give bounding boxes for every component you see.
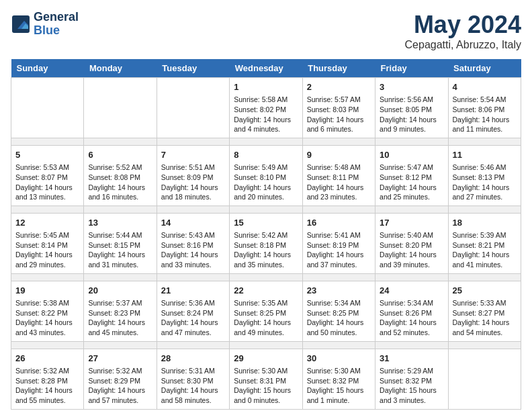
calendar-week-row: 26Sunrise: 5:32 AM Sunset: 8:28 PM Dayli…	[11, 349, 521, 409]
day-info: Sunrise: 5:53 AM Sunset: 8:07 PM Dayligh…	[15, 163, 79, 202]
calendar-cell: 12Sunrise: 5:45 AM Sunset: 8:14 PM Dayli…	[11, 213, 84, 273]
day-number: 18	[453, 217, 517, 229]
day-number: 11	[453, 149, 517, 161]
day-info: Sunrise: 5:29 AM Sunset: 8:32 PM Dayligh…	[380, 366, 443, 406]
day-number: 26	[15, 353, 79, 365]
day-number: 19	[15, 285, 79, 297]
day-number: 4	[453, 81, 517, 93]
calendar-cell: 21Sunrise: 5:36 AM Sunset: 8:24 PM Dayli…	[157, 281, 229, 341]
calendar-cell	[157, 78, 229, 138]
day-number: 8	[234, 149, 298, 161]
month-title: May 2024	[405, 11, 521, 39]
day-number: 29	[234, 353, 298, 365]
day-info: Sunrise: 5:41 AM Sunset: 8:19 PM Dayligh…	[307, 230, 371, 270]
day-number: 2	[307, 81, 371, 93]
day-number: 9	[307, 149, 371, 161]
day-info: Sunrise: 5:52 AM Sunset: 8:08 PM Dayligh…	[88, 163, 152, 202]
day-info: Sunrise: 5:51 AM Sunset: 8:09 PM Dayligh…	[161, 163, 225, 202]
day-number: 1	[234, 81, 298, 93]
calendar-table: SundayMondayTuesdayWednesdayThursdayFrid…	[11, 59, 521, 410]
day-number: 24	[380, 285, 443, 297]
day-number: 30	[307, 353, 371, 365]
calendar-week-row: 5Sunrise: 5:53 AM Sunset: 8:07 PM Daylig…	[11, 145, 521, 205]
calendar-cell: 31Sunrise: 5:29 AM Sunset: 8:32 PM Dayli…	[375, 349, 448, 409]
calendar-cell: 5Sunrise: 5:53 AM Sunset: 8:07 PM Daylig…	[11, 145, 84, 205]
calendar-cell: 28Sunrise: 5:31 AM Sunset: 8:30 PM Dayli…	[157, 349, 229, 409]
day-info: Sunrise: 5:44 AM Sunset: 8:15 PM Dayligh…	[88, 230, 152, 270]
day-info: Sunrise: 5:38 AM Sunset: 8:22 PM Dayligh…	[15, 298, 79, 338]
calendar-cell: 11Sunrise: 5:46 AM Sunset: 8:13 PM Dayli…	[448, 145, 521, 205]
day-info: Sunrise: 5:36 AM Sunset: 8:24 PM Dayligh…	[161, 298, 225, 338]
day-number: 15	[234, 217, 298, 229]
calendar-cell: 30Sunrise: 5:30 AM Sunset: 8:32 PM Dayli…	[302, 349, 375, 409]
page-header: General Blue May 2024 Cepagatti, Abruzzo…	[11, 11, 521, 51]
day-info: Sunrise: 5:45 AM Sunset: 8:14 PM Dayligh…	[15, 230, 79, 270]
weekday-header-friday: Friday	[375, 59, 448, 78]
day-number: 20	[88, 285, 152, 297]
day-number: 23	[307, 285, 371, 297]
day-info: Sunrise: 5:32 AM Sunset: 8:28 PM Dayligh…	[15, 366, 79, 406]
weekday-header-thursday: Thursday	[302, 59, 375, 78]
calendar-week-row: 19Sunrise: 5:38 AM Sunset: 8:22 PM Dayli…	[11, 281, 521, 341]
day-info: Sunrise: 5:49 AM Sunset: 8:10 PM Dayligh…	[234, 163, 298, 202]
day-number: 17	[380, 217, 443, 229]
day-info: Sunrise: 5:46 AM Sunset: 8:13 PM Dayligh…	[453, 163, 517, 202]
calendar-cell: 22Sunrise: 5:35 AM Sunset: 8:25 PM Dayli…	[230, 281, 302, 341]
weekday-header-monday: Monday	[84, 59, 157, 78]
day-info: Sunrise: 5:34 AM Sunset: 8:26 PM Dayligh…	[380, 298, 443, 338]
calendar-cell	[84, 78, 157, 138]
calendar-cell: 19Sunrise: 5:38 AM Sunset: 8:22 PM Dayli…	[11, 281, 84, 341]
weekday-header-row: SundayMondayTuesdayWednesdayThursdayFrid…	[11, 59, 521, 78]
day-info: Sunrise: 5:40 AM Sunset: 8:20 PM Dayligh…	[380, 230, 443, 270]
calendar-cell: 2Sunrise: 5:57 AM Sunset: 8:03 PM Daylig…	[302, 78, 375, 138]
day-info: Sunrise: 5:32 AM Sunset: 8:29 PM Dayligh…	[88, 366, 152, 406]
day-info: Sunrise: 5:58 AM Sunset: 8:02 PM Dayligh…	[234, 95, 298, 134]
calendar-cell: 29Sunrise: 5:30 AM Sunset: 8:31 PM Dayli…	[230, 349, 302, 409]
title-block: May 2024 Cepagatti, Abruzzo, Italy	[405, 11, 521, 51]
day-info: Sunrise: 5:47 AM Sunset: 8:12 PM Dayligh…	[380, 163, 443, 202]
calendar-week-row: 1Sunrise: 5:58 AM Sunset: 8:02 PM Daylig…	[11, 78, 521, 138]
day-info: Sunrise: 5:30 AM Sunset: 8:31 PM Dayligh…	[234, 366, 298, 406]
day-info: Sunrise: 5:35 AM Sunset: 8:25 PM Dayligh…	[234, 298, 298, 338]
day-number: 5	[15, 149, 79, 161]
day-info: Sunrise: 5:54 AM Sunset: 8:06 PM Dayligh…	[453, 95, 517, 134]
day-number: 13	[88, 217, 152, 229]
location: Cepagatti, Abruzzo, Italy	[405, 39, 521, 51]
weekday-header-sunday: Sunday	[11, 59, 84, 78]
day-number: 31	[380, 353, 443, 365]
day-info: Sunrise: 5:43 AM Sunset: 8:16 PM Dayligh…	[161, 230, 225, 270]
day-info: Sunrise: 5:34 AM Sunset: 8:25 PM Dayligh…	[307, 298, 371, 338]
calendar-cell	[448, 349, 521, 409]
calendar-cell: 1Sunrise: 5:58 AM Sunset: 8:02 PM Daylig…	[230, 78, 302, 138]
day-number: 3	[380, 81, 443, 93]
week-separator	[11, 341, 521, 349]
day-number: 27	[88, 353, 152, 365]
week-separator	[11, 138, 521, 145]
calendar-cell: 9Sunrise: 5:48 AM Sunset: 8:11 PM Daylig…	[302, 145, 375, 205]
calendar-cell: 25Sunrise: 5:33 AM Sunset: 8:27 PM Dayli…	[448, 281, 521, 341]
calendar-cell: 27Sunrise: 5:32 AM Sunset: 8:29 PM Dayli…	[84, 349, 157, 409]
day-info: Sunrise: 5:48 AM Sunset: 8:11 PM Dayligh…	[307, 163, 371, 202]
day-number: 28	[161, 353, 225, 365]
calendar-cell: 7Sunrise: 5:51 AM Sunset: 8:09 PM Daylig…	[157, 145, 229, 205]
day-number: 10	[380, 149, 443, 161]
logo-text: General Blue	[34, 11, 79, 38]
day-info: Sunrise: 5:33 AM Sunset: 8:27 PM Dayligh…	[453, 298, 517, 338]
day-number: 22	[234, 285, 298, 297]
calendar-cell: 8Sunrise: 5:49 AM Sunset: 8:10 PM Daylig…	[230, 145, 302, 205]
day-number: 21	[161, 285, 225, 297]
day-info: Sunrise: 5:56 AM Sunset: 8:05 PM Dayligh…	[380, 95, 443, 134]
day-info: Sunrise: 5:42 AM Sunset: 8:18 PM Dayligh…	[234, 230, 298, 270]
calendar-cell: 4Sunrise: 5:54 AM Sunset: 8:06 PM Daylig…	[448, 78, 521, 138]
day-info: Sunrise: 5:39 AM Sunset: 8:21 PM Dayligh…	[453, 230, 517, 270]
logo: General Blue	[11, 11, 79, 38]
weekday-header-wednesday: Wednesday	[230, 59, 302, 78]
day-number: 6	[88, 149, 152, 161]
day-info: Sunrise: 5:31 AM Sunset: 8:30 PM Dayligh…	[161, 366, 225, 406]
weekday-header-tuesday: Tuesday	[157, 59, 229, 78]
calendar-cell: 14Sunrise: 5:43 AM Sunset: 8:16 PM Dayli…	[157, 213, 229, 273]
calendar-cell: 13Sunrise: 5:44 AM Sunset: 8:15 PM Dayli…	[84, 213, 157, 273]
day-info: Sunrise: 5:57 AM Sunset: 8:03 PM Dayligh…	[307, 95, 371, 134]
day-number: 14	[161, 217, 225, 229]
calendar-cell: 20Sunrise: 5:37 AM Sunset: 8:23 PM Dayli…	[84, 281, 157, 341]
